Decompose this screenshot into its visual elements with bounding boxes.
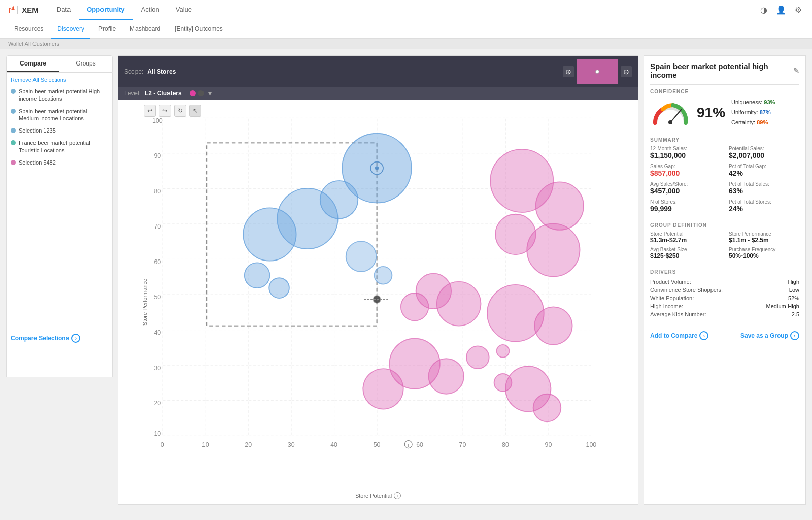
group-def-label: GROUP DEFINITION	[650, 218, 799, 228]
summary-grid: 12-Month Sales: $1,150,000 Potential Sal…	[650, 146, 799, 213]
summary-item: Pct of Total Stores: 24%	[729, 199, 799, 213]
svg-text:20: 20	[245, 441, 252, 448]
top-nav-right: ◑ 👤 ⚙	[758, 5, 804, 16]
summary-item: N of Stores: 99,999	[650, 199, 721, 213]
list-item[interactable]: Selection 5482	[11, 159, 108, 166]
svg-text:50: 50	[154, 294, 161, 301]
svg-point-34	[536, 182, 584, 230]
subnav-discovery[interactable]: Discovery	[51, 20, 90, 39]
nav-value[interactable]: Value	[167, 0, 200, 20]
subnav-resources[interactable]: Resources	[8, 20, 49, 39]
confidence-metrics: Uniqueness: 93% Uniformity: 87% Certaint…	[731, 98, 775, 127]
summary-val: 24%	[729, 205, 799, 213]
user-icon[interactable]: 👤	[775, 5, 787, 16]
def-item: Purchase Frequency 50%-100%	[729, 247, 799, 259]
summary-item: Sales Gap: $857,000	[650, 164, 721, 177]
zoom-out-btn[interactable]: ⊖	[621, 66, 632, 77]
svg-text:30: 30	[288, 441, 295, 448]
drivers-label: DRIVERS	[650, 265, 799, 275]
svg-text:30: 30	[154, 365, 161, 372]
scope-value: All Stores	[147, 68, 176, 75]
right-panel: Spain beer market potential high income …	[644, 55, 806, 505]
y-axis-label: Store Performance	[142, 278, 148, 325]
svg-text:100: 100	[152, 117, 163, 124]
svg-point-27	[243, 208, 296, 261]
certainty-val: 89%	[757, 119, 768, 125]
add-to-compare-btn[interactable]: Add to Compare ›	[650, 331, 708, 340]
scope-label: Scope:	[124, 68, 143, 75]
svg-point-36	[527, 223, 580, 276]
svg-point-40	[437, 282, 481, 326]
confidence-section-label: CONFIDENCE	[650, 84, 799, 94]
summary-val: $1,150,000	[650, 151, 721, 159]
nav-action[interactable]: Action	[133, 0, 167, 20]
svg-text:40: 40	[330, 441, 337, 448]
nav-data[interactable]: Data	[49, 0, 79, 20]
contrast-icon[interactable]: ◑	[758, 5, 769, 16]
cursor-btn[interactable]: ↖	[189, 105, 201, 117]
list-item[interactable]: Spain beer market potential High income …	[11, 88, 108, 103]
left-panel: Compare Groups Remove All Selections Spa…	[6, 55, 113, 505]
scatter-toolbar: ↩ ↪ ↻ ↖	[144, 105, 201, 117]
summary-item: Pct of Total Gap: 42%	[729, 164, 799, 177]
action-buttons: Add to Compare › Save as a Group ›	[650, 326, 799, 340]
driver-row: White Population: 52%	[650, 294, 799, 302]
redo-left-btn[interactable]: ↪	[159, 105, 171, 117]
nav-opportunity[interactable]: Opportunity	[79, 0, 132, 20]
sub-nav: Resources Discovery Profile Mashboard [E…	[0, 20, 812, 39]
selection-label: France beer market potential Touristic L…	[19, 139, 108, 154]
level-label: Level:	[124, 90, 141, 97]
svg-text:70: 70	[154, 223, 161, 230]
svg-point-30	[269, 278, 289, 298]
scatter-plot[interactable]: 100 90 80 70 60 50 40 30 20 10 0 10 20 3…	[144, 105, 623, 484]
main-container: Compare Groups Remove All Selections Spa…	[0, 49, 812, 511]
selection-color-dot	[11, 140, 16, 145]
summary-item: 12-Month Sales: $1,150,000	[650, 146, 721, 159]
svg-point-48	[466, 346, 489, 369]
top-nav-links: Data Opportunity Action Value	[49, 0, 200, 20]
subnav-mashboard[interactable]: Mashboard	[124, 20, 166, 39]
svg-text:40: 40	[154, 329, 161, 336]
cluster-dot-dark	[198, 90, 204, 96]
chart-header: Scope: All Stores ⊕ ⊖	[118, 56, 638, 87]
list-item[interactable]: Selection 1235	[11, 127, 108, 134]
thumbnail-dot	[595, 70, 599, 74]
list-item[interactable]: France beer market potential Touristic L…	[11, 139, 108, 154]
settings-icon[interactable]: ⚙	[793, 5, 804, 16]
summary-item: Potential Sales: $2,007,000	[729, 146, 799, 159]
selection-color-dot	[11, 109, 16, 114]
summary-val: $457,000	[650, 187, 721, 195]
subnav-entity-outcomes[interactable]: [Entity] Outcomes	[168, 20, 229, 39]
breadcrumb: Wallet All Customers	[0, 39, 812, 49]
selection-color-dot	[11, 160, 16, 165]
list-item[interactable]: Spain beer market potential Medium incom…	[11, 108, 108, 122]
svg-text:20: 20	[154, 400, 161, 407]
selection-label: Spain beer market potential High income …	[19, 88, 108, 103]
uniformity-val: 87%	[760, 109, 771, 115]
driver-row: Convinience Store Shoppers: Low	[650, 286, 799, 294]
edit-icon[interactable]: ✎	[793, 67, 799, 75]
level-dropdown-icon[interactable]: ▾	[208, 89, 212, 98]
redo-right-btn[interactable]: ↻	[174, 105, 186, 117]
summary-val: 99,999	[650, 205, 721, 213]
logo: r⁴ XEM	[8, 5, 39, 15]
svg-text:10: 10	[154, 430, 161, 437]
undo-btn[interactable]: ↩	[144, 105, 156, 117]
summary-section-label: SUMMARY	[650, 133, 799, 143]
svg-point-29	[245, 263, 270, 288]
subnav-profile[interactable]: Profile	[92, 20, 122, 39]
compare-selections-btn[interactable]: Compare Selections ›	[11, 329, 108, 343]
remove-all-btn[interactable]: Remove All Selections	[11, 77, 108, 83]
save-as-group-btn[interactable]: Save as a Group ›	[740, 331, 799, 340]
zoom-in-btn[interactable]: ⊕	[563, 66, 574, 77]
svg-point-38	[534, 307, 572, 345]
x-axis-label: Store Potential i	[355, 492, 401, 499]
tab-groups[interactable]: Groups	[59, 56, 112, 72]
summary-item: Avg Sales/Store: $457,000	[650, 181, 721, 195]
selection-label: Selection 5482	[19, 159, 56, 166]
tab-compare[interactable]: Compare	[7, 56, 59, 72]
svg-point-31	[346, 241, 377, 272]
drivers-list: Product Volume: High Convinience Store S…	[650, 278, 799, 318]
cluster-dots	[190, 90, 204, 96]
svg-text:10: 10	[202, 441, 209, 448]
